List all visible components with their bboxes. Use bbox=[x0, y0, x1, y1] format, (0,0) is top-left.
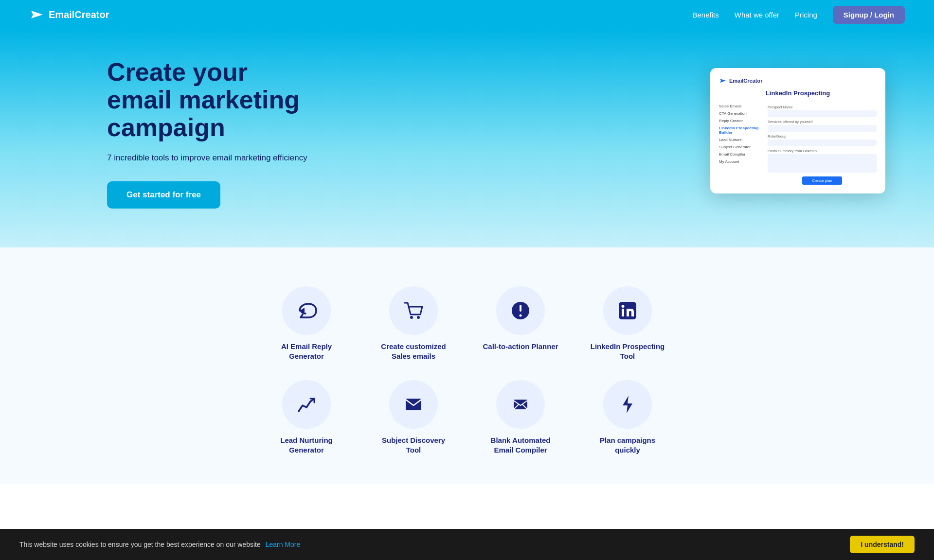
screenshot-menu-item: Sales Emails bbox=[719, 103, 763, 110]
hero-title: Create your email marketing campaign bbox=[107, 58, 311, 142]
screenshot-app-name: EmailCreator bbox=[729, 78, 762, 84]
feature-icon-sales-emails bbox=[389, 286, 438, 335]
screenshot-field-input bbox=[768, 110, 877, 117]
screenshot-create-button: Create plan bbox=[802, 176, 842, 185]
hero-screenshot: EmailCreator LinkedIn Prospecting Sales … bbox=[710, 68, 885, 193]
feature-label-sales-emails: Create customized Sales emails bbox=[375, 342, 452, 361]
features-row-1: AI Email Reply Generator Create customiz… bbox=[29, 286, 905, 361]
feature-label-blank-compiler: Blank Automated Email Compiler bbox=[482, 436, 559, 455]
screenshot-logo-icon bbox=[719, 77, 727, 85]
screenshot-menu-item: Subject Generator bbox=[719, 143, 763, 151]
cart-icon bbox=[403, 300, 424, 321]
feature-label-subject-discovery: Subject Discovery Tool bbox=[375, 436, 452, 455]
feature-icon-subject-discovery bbox=[389, 380, 438, 429]
logo[interactable]: EmailCreator bbox=[29, 7, 109, 22]
nav-pricing[interactable]: Pricing bbox=[795, 11, 817, 19]
nav-links: Benefits What we offer Pricing Signup / … bbox=[693, 6, 905, 24]
svg-rect-9 bbox=[622, 309, 624, 316]
navbar: EmailCreator Benefits What we offer Pric… bbox=[0, 0, 934, 29]
email-box-icon bbox=[403, 394, 424, 415]
screenshot-sidebar-menu: Sales Emails CTA Generation Reply Creato… bbox=[719, 103, 763, 185]
hero-subtitle: 7 incredible tools to improve email mark… bbox=[107, 152, 311, 164]
reply-icon bbox=[296, 300, 317, 321]
screenshot-field-label: Role/Group bbox=[768, 134, 877, 139]
screenshot-menu-item: My Account bbox=[719, 158, 763, 165]
feature-lead-nurturing: Lead Nurturing Generator bbox=[268, 380, 345, 455]
svg-point-3 bbox=[410, 316, 413, 319]
screenshot-menu-item-active: LinkedIn Prospecting Builder bbox=[719, 124, 763, 136]
screenshot-textarea bbox=[768, 154, 877, 173]
screenshot-menu-item: Reply Creator bbox=[719, 117, 763, 124]
feature-icon-ai-email-reply bbox=[282, 286, 331, 335]
feature-plan-campaigns: Plan campaigns quickly bbox=[589, 380, 666, 455]
envelope-icon bbox=[510, 394, 531, 415]
feature-icon-plan-campaigns bbox=[603, 380, 652, 429]
feature-cta-planner: Call-to-action Planner bbox=[482, 286, 559, 361]
logo-icon bbox=[29, 7, 45, 22]
chart-icon bbox=[296, 394, 317, 415]
logo-text: EmailCreator bbox=[49, 9, 109, 20]
get-started-button[interactable]: Get started for free bbox=[107, 181, 220, 209]
features-section: AI Email Reply Generator Create customiz… bbox=[0, 247, 934, 484]
linkedin-icon bbox=[617, 300, 638, 321]
screenshot-menu-item: Lead Nurture bbox=[719, 136, 763, 143]
svg-point-10 bbox=[622, 305, 625, 308]
screenshot-field-input bbox=[768, 125, 877, 132]
feature-label-plan-campaigns: Plan campaigns quickly bbox=[589, 436, 666, 455]
feature-label-cta-planner: Call-to-action Planner bbox=[483, 342, 558, 351]
hero-section: Create your email marketing campaign 7 i… bbox=[0, 29, 934, 247]
svg-marker-15 bbox=[623, 396, 632, 413]
svg-point-4 bbox=[417, 316, 420, 319]
svg-rect-11 bbox=[406, 399, 421, 410]
nav-benefits[interactable]: Benefits bbox=[693, 11, 719, 19]
screenshot-menu-item: CTA Generation bbox=[719, 110, 763, 117]
screenshot-field-label: Pasta Summary from LinkedIn bbox=[768, 149, 877, 153]
screenshot-field-label: Services offered by yourself bbox=[768, 120, 877, 124]
svg-marker-1 bbox=[720, 79, 726, 83]
feature-linkedin-tool: LinkedIn Prospecting Tool bbox=[589, 286, 666, 361]
feature-icon-blank-compiler bbox=[496, 380, 545, 429]
exclamation-icon bbox=[510, 300, 531, 321]
signup-login-button[interactable]: Signup / Login bbox=[833, 6, 905, 24]
screenshot-field-input bbox=[768, 140, 877, 146]
screenshot-menu-item: Email Compiler bbox=[719, 151, 763, 158]
nav-what-we-offer[interactable]: What we offer bbox=[735, 11, 779, 19]
feature-sales-emails: Create customized Sales emails bbox=[375, 286, 452, 361]
feature-label-ai-email-reply: AI Email Reply Generator bbox=[268, 342, 345, 361]
features-row-2: Lead Nurturing Generator Subject Discove… bbox=[29, 380, 905, 464]
feature-label-linkedin-tool: LinkedIn Prospecting Tool bbox=[589, 342, 666, 361]
screenshot-form-title: LinkedIn Prospecting bbox=[719, 89, 877, 97]
feature-blank-compiler: Blank Automated Email Compiler bbox=[482, 380, 559, 455]
feature-icon-linkedin-tool bbox=[603, 286, 652, 335]
lightning-icon bbox=[617, 394, 638, 415]
feature-icon-cta-planner bbox=[496, 286, 545, 335]
screenshot-field-label: Prospect Name bbox=[768, 105, 877, 109]
svg-point-7 bbox=[520, 315, 522, 317]
feature-ai-email-reply: AI Email Reply Generator bbox=[268, 286, 345, 361]
svg-marker-0 bbox=[31, 11, 43, 18]
hero-text: Create your email marketing campaign 7 i… bbox=[107, 58, 311, 209]
feature-subject-discovery: Subject Discovery Tool bbox=[375, 380, 452, 455]
screenshot-form: Prospect Name Services offered by yourse… bbox=[768, 103, 877, 185]
svg-rect-6 bbox=[520, 305, 521, 312]
feature-icon-lead-nurturing bbox=[282, 380, 331, 429]
feature-label-lead-nurturing: Lead Nurturing Generator bbox=[268, 436, 345, 455]
